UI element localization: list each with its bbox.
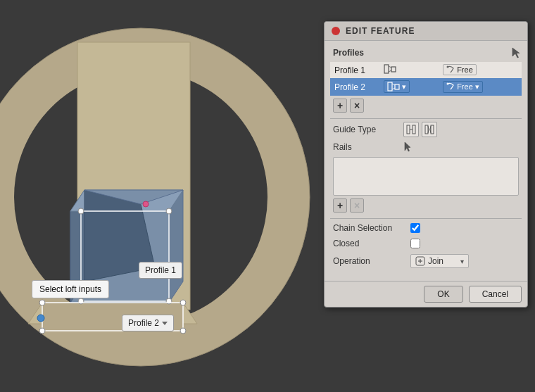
rails-row: Rails <box>330 141 522 153</box>
profiles-section-header: Profiles <box>330 46 522 59</box>
panel-body: Profiles Profile 1 <box>325 41 527 281</box>
svg-rect-39 <box>431 125 434 134</box>
profile2-loft-icon <box>387 82 400 91</box>
loft-tooltip-text: Select loft inputs <box>39 284 101 294</box>
profile2-name: Profile 2 <box>330 78 379 96</box>
panel-footer: OK Cancel <box>325 281 527 307</box>
cursor-icon <box>510 47 522 58</box>
remove-rail-button[interactable]: × <box>350 198 364 213</box>
profiles-label: Profiles <box>330 46 367 59</box>
operation-dropdown[interactable]: Join ▾ <box>410 254 469 268</box>
svg-rect-25 <box>384 65 389 73</box>
guide-type-1-icon <box>406 125 416 134</box>
svg-point-15 <box>78 298 84 304</box>
free-icon-2 <box>446 82 455 91</box>
loft-tooltip: Select loft inputs <box>32 280 109 298</box>
add-rail-button[interactable]: + <box>333 198 347 213</box>
free-icon <box>446 65 455 74</box>
svg-point-16 <box>166 298 172 304</box>
operation-value: Join <box>428 256 443 266</box>
closed-label: Closed <box>333 239 410 248</box>
profile2-label: Profile 2 <box>128 318 159 328</box>
svg-marker-40 <box>405 142 410 151</box>
profile2-dropdown-arrow[interactable] <box>162 322 168 325</box>
chain-selection-row: Chain Selection <box>330 222 522 234</box>
close-icon[interactable] <box>332 27 340 35</box>
svg-point-34 <box>447 83 449 85</box>
panel-title: EDIT FEATURE <box>346 26 415 36</box>
svg-point-22 <box>37 315 44 322</box>
rails-label: Rails <box>333 142 403 152</box>
profile1-label: Profile 1 <box>145 265 176 275</box>
chain-selection-label: Chain Selection <box>333 223 410 233</box>
rails-area[interactable] <box>333 157 519 196</box>
ok-button[interactable]: OK <box>424 286 462 303</box>
svg-point-29 <box>447 66 449 68</box>
edit-feature-panel: EDIT FEATURE Profiles Profile 1 <box>324 21 528 308</box>
profile1-loft-icon <box>384 64 396 74</box>
profile2-name-text: Profile 2 <box>334 82 365 92</box>
divider-1 <box>330 118 522 119</box>
chain-selection-checkbox[interactable] <box>410 223 420 233</box>
profiles-actions-row: + × <box>333 99 522 113</box>
cancel-button[interactable]: Cancel <box>469 286 522 303</box>
operation-row: Operation Join ▾ <box>330 253 522 270</box>
profile2-type-dropdown[interactable]: Free ▾ <box>443 81 483 93</box>
svg-point-23 <box>143 201 149 207</box>
profile1-type-dropdown[interactable]: Free <box>443 64 477 75</box>
join-icon <box>415 256 425 266</box>
svg-point-18 <box>39 300 45 305</box>
svg-rect-30 <box>388 82 392 91</box>
profile2-type-label: Free <box>457 82 473 91</box>
profile2-row[interactable]: Profile 2 ▾ <box>330 78 522 96</box>
svg-rect-35 <box>407 125 410 134</box>
add-profile-button[interactable]: + <box>333 99 347 113</box>
profile1-row[interactable]: Profile 1 <box>330 62 522 78</box>
svg-rect-31 <box>395 84 399 89</box>
guide-type-2-icon <box>424 125 434 134</box>
rails-cursor-icon <box>403 141 412 153</box>
svg-point-13 <box>78 208 84 214</box>
profile1-type-cell: Free <box>439 62 522 78</box>
profile2-tooltip[interactable]: Profile 2 <box>122 315 174 331</box>
guide-icon-2[interactable] <box>422 122 437 137</box>
svg-marker-24 <box>512 48 520 58</box>
svg-rect-36 <box>413 125 415 134</box>
profile1-name-text: Profile 1 <box>334 65 365 75</box>
profile2-icon-dropdown[interactable]: ▾ <box>384 80 410 93</box>
profile1-name: Profile 1 <box>330 62 379 78</box>
guide-type-icons <box>403 122 437 137</box>
svg-point-20 <box>39 328 45 334</box>
guide-type-label: Guide Type <box>333 125 403 134</box>
svg-rect-26 <box>391 67 396 72</box>
svg-point-14 <box>166 208 172 214</box>
profile1-icon-cell <box>379 62 439 78</box>
closed-row: Closed <box>330 237 522 250</box>
svg-rect-38 <box>425 125 428 134</box>
rails-actions-row: + × <box>333 198 522 213</box>
closed-checkbox[interactable] <box>410 239 420 248</box>
remove-profile-button[interactable]: × <box>350 99 364 113</box>
svg-point-19 <box>180 300 186 305</box>
panel-header: EDIT FEATURE <box>325 22 527 41</box>
profile2-icon-cell: ▾ <box>379 78 439 96</box>
guide-icon-1[interactable] <box>403 122 419 137</box>
profiles-table: Profile 1 <box>330 62 522 96</box>
svg-point-21 <box>180 328 186 334</box>
divider-2 <box>330 218 522 219</box>
profile1-tooltip: Profile 1 <box>139 262 182 279</box>
operation-label: Operation <box>333 256 410 266</box>
profile2-type-cell: Free ▾ <box>439 78 522 96</box>
guide-type-row: Guide Type <box>330 122 522 137</box>
profile1-type-label: Free <box>457 65 473 74</box>
operation-drop-arrow: ▾ <box>460 258 464 265</box>
